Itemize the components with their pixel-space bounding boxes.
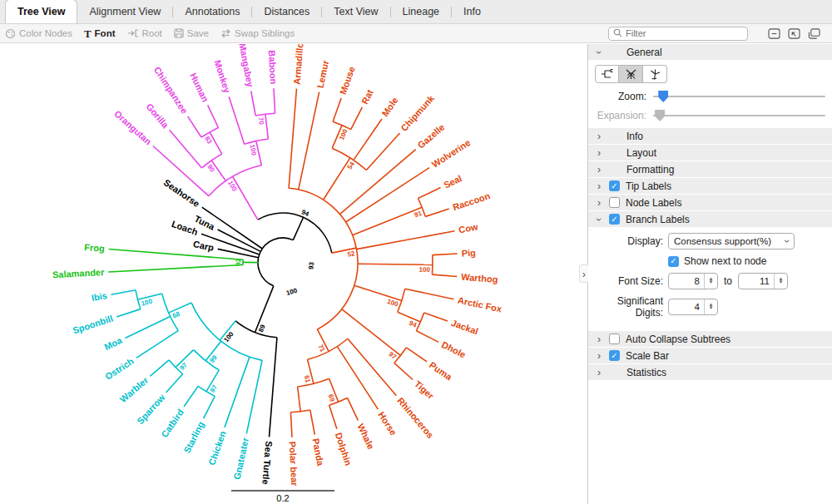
tip-label[interactable]: Gnateater	[231, 436, 250, 480]
section-title: Auto Collapse Subtrees	[626, 334, 730, 345]
zoom-slider[interactable]	[653, 91, 825, 102]
tip-label[interactable]: Sparrow	[135, 392, 167, 426]
tip-label[interactable]: Seal	[442, 173, 463, 190]
branch-labels-checkbox[interactable]: ✓	[609, 214, 620, 225]
branch	[406, 348, 427, 362]
significant-digits-stepper[interactable]: 4 ▴▾	[668, 299, 718, 315]
tip-label[interactable]: Warthog	[461, 272, 498, 284]
tip-label[interactable]: Dolphin	[334, 432, 354, 467]
tip-label[interactable]: Cow	[458, 221, 478, 235]
zoom-slider-thumb[interactable]	[658, 91, 668, 102]
font-button[interactable]: T Font	[84, 28, 116, 39]
pop-in-icon[interactable]	[788, 28, 800, 39]
section-auto-collapse[interactable]: › ✓ Auto Collapse Subtrees	[588, 331, 832, 347]
layout-rectangular-button[interactable]	[595, 65, 619, 83]
layout-circular-button[interactable]	[619, 65, 643, 83]
tip-label[interactable]: Arctic Fox	[457, 295, 503, 314]
tip-label[interactable]: Starling	[181, 420, 206, 455]
new-window-icon[interactable]	[808, 28, 820, 39]
tab-tree-view[interactable]: Tree View	[5, 0, 77, 23]
tip-label[interactable]: Whale	[355, 422, 376, 450]
tip-label[interactable]: Warbler	[118, 374, 151, 404]
auto-collapse-checkbox[interactable]: ✓	[609, 334, 620, 344]
branch	[274, 88, 275, 113]
tip-label[interactable]: Jackal	[450, 318, 480, 337]
tip-label[interactable]: Moa	[102, 335, 124, 353]
sidebar-expander[interactable]: ›	[579, 264, 588, 283]
chevron-icon: ›	[595, 131, 603, 141]
section-formatting[interactable]: › Formatting	[588, 161, 832, 177]
section-general[interactable]: › General	[588, 44, 832, 60]
display-select[interactable]: Consensus support(%) ›	[668, 233, 795, 250]
tip-label[interactable]: Lemur	[315, 59, 331, 89]
tip-label[interactable]: Dhole	[440, 339, 468, 360]
section-layout[interactable]: › Layout	[588, 145, 832, 161]
show-next-to-node-checkbox[interactable]: ✓	[668, 256, 679, 267]
tip-label[interactable]: Panda	[311, 437, 326, 467]
tip-label[interactable]: Carp	[192, 239, 215, 253]
tip-label[interactable]: Chicken	[206, 429, 228, 467]
tip-label[interactable]: Tiger	[413, 378, 436, 401]
tip-label[interactable]: Mole	[380, 96, 400, 118]
stepper-arrows-icon[interactable]: ▴▾	[774, 274, 787, 289]
tip-label[interactable]: Ostrich	[103, 356, 136, 382]
collapse-panel-icon[interactable]	[768, 28, 780, 39]
section-tip-labels[interactable]: › ✓ Tip Labels	[588, 178, 832, 194]
tip-label[interactable]: Baboon	[267, 50, 279, 85]
tip-label[interactable]: Raccoon	[452, 190, 492, 212]
tip-labels-checkbox[interactable]: ✓	[609, 180, 620, 191]
color-nodes-button[interactable]: Color Nodes	[5, 28, 72, 39]
tip-label[interactable]: Catbird	[159, 408, 186, 440]
tip-label[interactable]: Seahorse	[162, 177, 202, 209]
tab-lineage[interactable]: Lineage	[391, 0, 452, 23]
save-button[interactable]: Save	[174, 28, 209, 38]
expansion-slider	[653, 110, 825, 121]
tip-label[interactable]: Salamander	[52, 267, 106, 279]
stepper-arrows-icon[interactable]: ▴▾	[704, 299, 717, 314]
layout-unrooted-button[interactable]	[643, 65, 667, 83]
tab-alignment-view[interactable]: Alignment View	[77, 0, 172, 23]
tip-label[interactable]: Wolverine	[430, 137, 472, 170]
tab-text-view[interactable]: Text View	[322, 0, 389, 23]
tip-label[interactable]: Sea Turtle	[260, 441, 274, 485]
tip-label[interactable]: Armadillo	[292, 44, 305, 85]
tip-label[interactable]: Rat	[359, 87, 375, 106]
swap-siblings-button[interactable]: Swap Siblings	[220, 28, 295, 38]
tip-label[interactable]: Mangabey	[237, 44, 255, 89]
tip-label[interactable]: Rhinoceros	[395, 395, 435, 440]
tip-label[interactable]: Chipmunk	[399, 92, 436, 133]
tree-canvas[interactable]: Polar bearPandaDolphinWhale6961HorseRhin…	[0, 44, 587, 504]
font-size-min-stepper[interactable]: 8 ▴▾	[668, 273, 718, 289]
font-size-max-stepper[interactable]: 11 ▴▾	[738, 273, 788, 289]
section-scale-bar[interactable]: › ✓ Scale Bar	[588, 348, 832, 363]
tip-label[interactable]: Ibis	[91, 290, 108, 303]
tab-annotations[interactable]: Annotations	[173, 0, 251, 23]
tip-label[interactable]: Orangutan	[112, 108, 154, 146]
tip-label[interactable]: Gorilla	[144, 101, 171, 131]
tip-label[interactable]: Pig	[461, 248, 476, 259]
tab-distances[interactable]: Distances	[252, 0, 321, 23]
tip-label[interactable]: Human	[188, 72, 210, 104]
to-label: to	[724, 275, 732, 287]
tip-label[interactable]: Spoonbill	[72, 313, 114, 335]
section-info[interactable]: › Info	[588, 128, 832, 144]
root-button[interactable]: Root	[127, 28, 162, 38]
section-branch-labels[interactable]: › ✓ Branch Labels	[588, 211, 832, 227]
tip-label[interactable]: Polar bear	[288, 441, 300, 487]
branch	[418, 188, 440, 199]
stepper-arrows-icon[interactable]: ▴▾	[704, 274, 717, 289]
tip-label[interactable]: Puma	[428, 360, 454, 383]
tip-label[interactable]: Monkey	[212, 59, 232, 95]
tab-info[interactable]: Info	[452, 0, 493, 23]
tip-label[interactable]: Mouse	[338, 65, 357, 96]
section-statistics[interactable]: › Statistics	[588, 364, 832, 380]
tip-label[interactable]: Gazelle	[415, 122, 446, 151]
filter-input[interactable]	[626, 28, 744, 38]
tip-label[interactable]: Frog	[84, 242, 105, 254]
general-content: Zoom: Expansion:	[588, 61, 832, 128]
section-node-labels[interactable]: › ✓ Node Labels	[588, 195, 832, 210]
scale-bar-checkbox[interactable]: ✓	[609, 350, 620, 361]
tree-pane: Polar bearPandaDolphinWhale6961HorseRhin…	[0, 44, 587, 504]
tip-label[interactable]: Horse	[376, 410, 399, 437]
node-labels-checkbox[interactable]: ✓	[609, 197, 620, 208]
